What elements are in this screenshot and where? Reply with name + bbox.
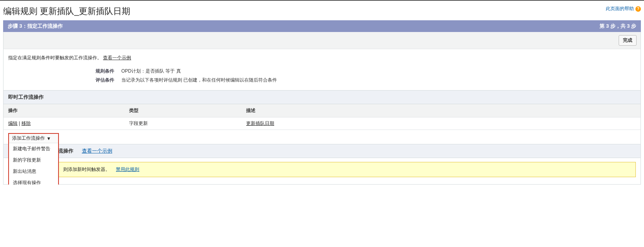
- title-rule-name: 更新插队_更新插队日期: [40, 6, 130, 16]
- rule-active-warning: 则添加新时间触发器。 禁用此规则: [8, 162, 636, 177]
- disable-rule-link[interactable]: 禁用此规则: [116, 167, 139, 172]
- menu-new-field-update[interactable]: 新的字段更新: [9, 155, 58, 166]
- page-help-link[interactable]: 此页面的帮助 ?: [606, 5, 641, 12]
- step-bar: 步骤 3：指定工作流操作 第 3 步，共 3 步: [3, 20, 641, 32]
- step-title: 步骤 3：指定工作流操作: [8, 23, 63, 30]
- help-text: 此页面的帮助: [606, 5, 634, 12]
- help-icon: ?: [635, 6, 641, 12]
- immediate-actions-header: 即时工作流操作: [4, 90, 640, 104]
- view-example-link[interactable]: 查看一个示例: [103, 55, 131, 60]
- add-action-trigger[interactable]: 添加工作流操作 ▼: [9, 134, 58, 143]
- description-text: 指定在满足规则条件时要触发的工作流操作。: [8, 55, 102, 60]
- add-workflow-action-dropdown[interactable]: 添加工作流操作 ▼ 新建电子邮件警告 新的字段更新 新出站消息 选择现有操作: [8, 133, 59, 180]
- action-separator: |: [18, 121, 21, 126]
- top-button-row: 完成: [4, 32, 640, 49]
- description-row: 指定在满足规则条件时要触发的工作流操作。 查看一个示例: [4, 49, 640, 67]
- done-button[interactable]: 完成: [619, 35, 637, 46]
- chevron-down-icon: ▼: [46, 136, 51, 141]
- menu-new-outbound-msg[interactable]: 新出站消息: [9, 166, 58, 177]
- view-example-link-2[interactable]: 查看一个示例: [82, 148, 112, 154]
- menu-select-existing[interactable]: 选择现有操作: [9, 177, 58, 185]
- title-prefix: 编辑规则: [3, 6, 37, 16]
- rule-condition-value: OPD计划：是否插队 等于 真: [121, 68, 181, 75]
- actions-table: 操作 类型 描述 编辑 | 移除 字段更新 更新插队日期: [4, 104, 640, 130]
- col-action: 操作: [4, 104, 124, 117]
- menu-new-email-alert[interactable]: 新建电子邮件警告: [9, 143, 58, 155]
- col-desc: 描述: [241, 104, 640, 117]
- immediate-actions-title: 即时工作流操作: [8, 94, 44, 100]
- step-progress: 第 3 步，共 3 步: [600, 23, 636, 30]
- delayed-title-suffix: 流操作: [58, 148, 73, 154]
- action-type-cell: 字段更新: [124, 117, 241, 130]
- eval-condition-value: 当记录为以下各项时评估规则 已创建，和在任何时候编辑以在随后符合条件: [121, 77, 277, 84]
- action-desc-link[interactable]: 更新插队日期: [246, 121, 274, 126]
- time-dependent-actions-header: 流操作 查看一个示例: [4, 144, 640, 158]
- edit-action-link[interactable]: 编辑: [8, 121, 18, 126]
- add-action-label: 添加工作流操作: [12, 135, 45, 142]
- warning-text-suffix: 则添加新时间触发器。: [63, 167, 110, 172]
- eval-condition-label: 评估条件: [8, 77, 121, 84]
- rule-condition-label: 规则条件: [8, 68, 121, 75]
- page-title: 编辑规则 更新插队_更新插队日期: [3, 5, 130, 17]
- add-action-menu: 添加工作流操作 ▼ 新建电子邮件警告 新的字段更新 新出站消息 选择现有操作: [8, 133, 59, 185]
- conditions-block: 规则条件 OPD计划：是否插队 等于 真 评估条件 当记录为以下各项时评估规则 …: [4, 67, 640, 90]
- remove-action-link[interactable]: 移除: [21, 121, 31, 126]
- table-row: 编辑 | 移除 字段更新 更新插队日期: [4, 117, 640, 130]
- col-type: 类型: [124, 104, 241, 117]
